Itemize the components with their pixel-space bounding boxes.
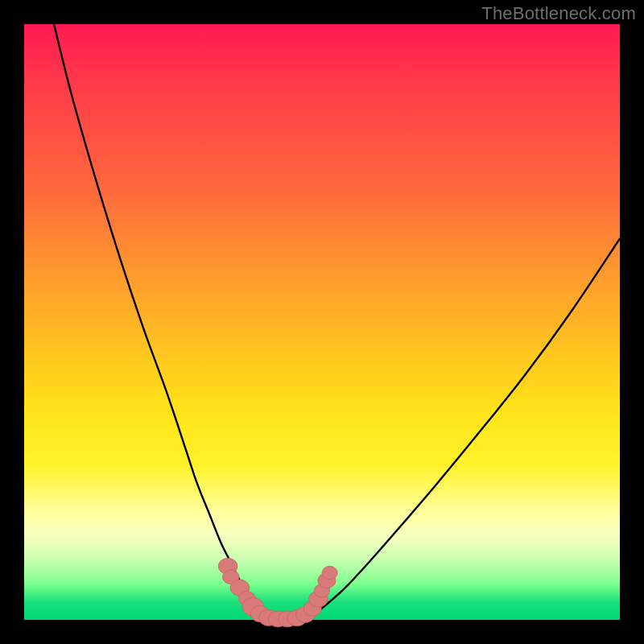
plot-area bbox=[24, 24, 620, 620]
bottleneck-curve bbox=[54, 24, 620, 620]
curve-markers bbox=[218, 558, 337, 627]
chart-frame: TheBottleneck.com bbox=[0, 0, 644, 644]
curve-layer bbox=[24, 24, 620, 620]
watermark-text: TheBottleneck.com bbox=[481, 3, 636, 24]
curve-marker bbox=[322, 566, 337, 579]
